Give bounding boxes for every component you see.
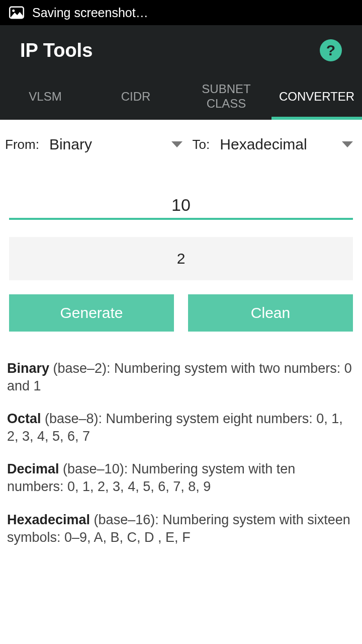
status-bar: Saving screenshot… xyxy=(0,0,362,25)
info-decimal: Decimal (base–10): Numbering system with… xyxy=(7,460,355,496)
app-header: IP Tools ? VLSM CIDR SUBNET CLASS CONVER… xyxy=(0,25,362,120)
from-value: Binary xyxy=(49,136,92,153)
image-icon xyxy=(9,6,24,19)
svg-point-1 xyxy=(12,10,15,12)
clean-button[interactable]: Clean xyxy=(188,294,353,332)
chevron-down-icon xyxy=(171,141,183,147)
tab-cidr[interactable]: CIDR xyxy=(90,76,181,120)
conversion-selectors: From: Binary To: Hexadecimal xyxy=(5,134,357,155)
to-value: Hexadecimal xyxy=(220,136,307,153)
help-button[interactable]: ? xyxy=(320,39,342,61)
tab-subnet-class[interactable]: SUBNET CLASS xyxy=(181,76,272,120)
tab-bar: VLSM CIDR SUBNET CLASS CONVERTER xyxy=(0,76,362,120)
input-field[interactable] xyxy=(9,190,353,220)
info-section: Binary (base–2): Numbering system with t… xyxy=(7,360,355,546)
tab-converter[interactable]: CONVERTER xyxy=(272,76,362,120)
generate-button[interactable]: Generate xyxy=(9,294,174,332)
to-label: To: xyxy=(193,137,210,152)
output-display: 2 xyxy=(9,237,353,280)
from-dropdown[interactable]: Binary xyxy=(45,134,187,155)
info-binary: Binary (base–2): Numbering system with t… xyxy=(7,360,355,395)
main-content: From: Binary To: Hexadecimal 2 Generate … xyxy=(0,120,362,546)
app-title: IP Tools xyxy=(20,40,93,61)
tab-vlsm[interactable]: VLSM xyxy=(0,76,90,120)
to-dropdown[interactable]: Hexadecimal xyxy=(216,134,357,155)
from-label: From: xyxy=(5,137,39,152)
info-hexadecimal: Hexadecimal (base–16): Numbering system … xyxy=(7,511,355,546)
status-text: Saving screenshot… xyxy=(32,6,148,20)
chevron-down-icon xyxy=(342,141,353,147)
info-octal: Octal (base–8): Numbering system eight n… xyxy=(7,410,355,445)
